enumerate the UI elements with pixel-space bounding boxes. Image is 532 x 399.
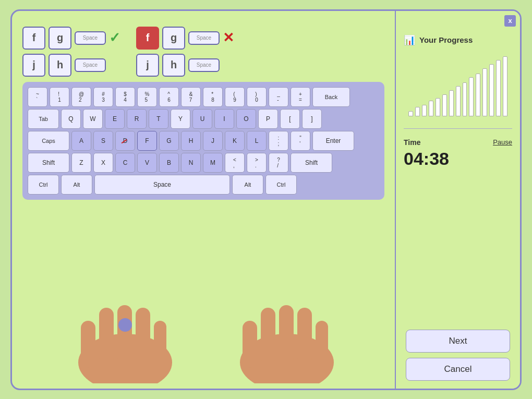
key-q[interactable]: Q: [61, 109, 81, 129]
key-1[interactable]: !1: [50, 87, 69, 107]
key-backtick[interactable]: ~`: [28, 87, 47, 107]
key-2[interactable]: @2: [71, 87, 91, 107]
key-9[interactable]: (9: [225, 87, 245, 107]
key-shift-left[interactable]: Shift: [28, 153, 69, 173]
key-alt-left[interactable]: Alt: [61, 175, 92, 195]
chart-bar: [469, 77, 474, 116]
keyboard-row-bottom: Ctrl Alt Space Alt Ctrl: [28, 175, 379, 195]
chart-bar: [429, 101, 433, 116]
key-caps[interactable]: Caps: [28, 131, 69, 151]
key-minus[interactable]: _-: [269, 87, 288, 107]
keyboard-row-qwerty: Tab Q W E R T Y U I O P [ ]: [28, 109, 379, 129]
key-3[interactable]: #3: [93, 87, 113, 107]
key-ctrl-right[interactable]: Ctrl: [265, 175, 297, 195]
correct-row1: f g Space ✓: [22, 27, 120, 50]
key-h[interactable]: H: [181, 131, 201, 151]
next-button[interactable]: Next: [406, 330, 510, 353]
key-quote[interactable]: "': [291, 131, 310, 151]
correct-key-j: j: [22, 54, 45, 77]
key-equals[interactable]: +=: [291, 87, 310, 107]
svg-rect-5: [154, 321, 166, 365]
key-shift-right[interactable]: Shift: [291, 153, 332, 173]
close-button[interactable]: x: [504, 15, 516, 27]
chart-bar: [496, 60, 501, 116]
key-x[interactable]: X: [93, 153, 113, 173]
incorrect-row1: f g Space ✕: [136, 27, 234, 50]
key-c[interactable]: C: [115, 153, 135, 173]
incorrect-key-j: j: [136, 54, 159, 77]
pause-button[interactable]: Pause: [493, 138, 512, 146]
key-e[interactable]: E: [105, 109, 125, 129]
key-y[interactable]: Y: [171, 109, 190, 129]
key-backspace[interactable]: Back: [312, 87, 350, 107]
incorrect-key-g: g: [162, 27, 185, 50]
svg-rect-9: [261, 308, 275, 365]
app-container: f g Space ✓ j h Space f g Space ✕: [10, 9, 522, 390]
chart-bar: [503, 56, 507, 116]
incorrect-key-space1: Space: [188, 31, 220, 45]
key-v[interactable]: V: [137, 153, 157, 173]
chart-bar: [415, 107, 420, 116]
key-0[interactable]: )0: [247, 87, 267, 107]
svg-point-6: [118, 318, 132, 332]
svg-rect-10: [279, 305, 294, 365]
incorrect-key-f-active: f: [136, 27, 159, 50]
hands-svg: [31, 279, 376, 383]
correct-key-space2: Space: [75, 58, 106, 72]
divider: [404, 128, 512, 129]
keyboard-row-asdf: Caps A S D F G H J K L :; "' Enter: [28, 131, 379, 151]
key-w[interactable]: W: [83, 109, 103, 129]
key-l[interactable]: L: [247, 131, 267, 151]
cancel-button[interactable]: Cancel: [406, 358, 510, 381]
chart-bar: [456, 86, 461, 116]
correct-row2: j h Space: [22, 54, 120, 77]
key-g[interactable]: G: [159, 131, 179, 151]
key-6[interactable]: ^6: [159, 87, 179, 107]
key-lbracket[interactable]: [: [280, 109, 300, 129]
exercise-display: f g Space ✓ j h Space f g Space ✕: [22, 27, 384, 77]
keyboard-row-zxcv: Shift Z X C V B N M <, >. ?/ Shift: [28, 153, 379, 173]
svg-rect-2: [99, 308, 114, 365]
key-a[interactable]: A: [71, 131, 91, 151]
key-s[interactable]: S: [93, 131, 113, 151]
keyboard: ~` !1 @2 #3 $4 %5 ^6 &7 *8 (9 )0 _- += B…: [22, 82, 384, 200]
key-enter[interactable]: Enter: [312, 131, 354, 151]
key-r[interactable]: R: [127, 109, 147, 129]
key-o[interactable]: O: [236, 109, 256, 129]
key-n[interactable]: N: [181, 153, 201, 173]
key-period[interactable]: >.: [247, 153, 267, 173]
key-t[interactable]: T: [149, 109, 168, 129]
key-d[interactable]: D: [115, 131, 135, 151]
incorrect-key-space2: Space: [188, 58, 220, 72]
key-u[interactable]: U: [192, 109, 212, 129]
key-7[interactable]: &7: [181, 87, 201, 107]
key-semicolon[interactable]: :;: [269, 131, 288, 151]
svg-rect-12: [316, 321, 328, 365]
key-comma[interactable]: <,: [225, 153, 245, 173]
key-rbracket[interactable]: ]: [302, 109, 322, 129]
key-ctrl-left[interactable]: Ctrl: [28, 175, 59, 195]
key-b[interactable]: B: [159, 153, 179, 173]
key-tab[interactable]: Tab: [28, 109, 59, 129]
key-space[interactable]: Space: [94, 175, 230, 195]
chart-icon: 📊: [404, 34, 415, 46]
right-panel: x 📊 Your Progress Time Pause 04:38 Next …: [395, 11, 520, 389]
chart-bar: [476, 74, 480, 116]
key-i[interactable]: I: [214, 109, 234, 129]
key-f[interactable]: F: [137, 131, 157, 151]
key-alt-right[interactable]: Alt: [232, 175, 263, 195]
key-z[interactable]: Z: [71, 153, 91, 173]
keyboard-row-numbers: ~` !1 @2 #3 $4 %5 ^6 &7 *8 (9 )0 _- += B…: [28, 87, 379, 107]
key-5[interactable]: %5: [137, 87, 157, 107]
correct-checkmark: ✓: [109, 30, 120, 46]
key-p[interactable]: P: [258, 109, 278, 129]
correct-key-g: g: [49, 27, 71, 50]
key-8[interactable]: *8: [203, 87, 223, 107]
key-4[interactable]: $4: [115, 87, 135, 107]
chart-bar: [489, 64, 494, 116]
key-slash[interactable]: ?/: [269, 153, 288, 173]
key-j[interactable]: J: [203, 131, 223, 151]
progress-chart: [406, 51, 510, 119]
key-k[interactable]: K: [225, 131, 245, 151]
key-m[interactable]: M: [203, 153, 223, 173]
